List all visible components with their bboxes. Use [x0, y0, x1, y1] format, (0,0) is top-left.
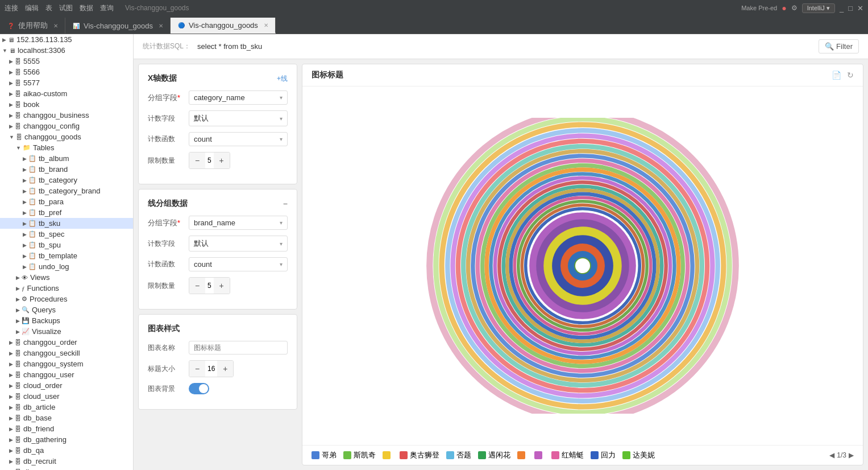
sidebar-item-cg-goods[interactable]: ▼ 🗄 changgou_goods [0, 131, 133, 142]
sidebar-item-aikao[interactable]: ▶ 🗄 aikao-custom [0, 88, 133, 99]
line-group-collapse[interactable]: − [283, 199, 288, 208]
sidebar-item-db-user[interactable]: ▶ 🗄 db_user [0, 467, 133, 470]
sidebar-item-5566[interactable]: ▶ 🗄 5566 [0, 67, 133, 77]
tab-help[interactable]: ❓ 使用帮助 ✕ [0, 18, 65, 34]
nav-connect[interactable]: 连接 [5, 3, 18, 13]
sidebar-item-tables[interactable]: ▼ 📁 Tables [0, 142, 133, 153]
sidebar-item-cg-business[interactable]: ▶ 🗄 changgou_business [0, 110, 133, 121]
sidebar-item-cg-user[interactable]: ▶ 🗄 changgou_user [0, 369, 133, 380]
nav-edit[interactable]: 编辑 [25, 3, 39, 13]
sidebar-item-procedures[interactable]: ▶ ⚙ Procedures [0, 294, 133, 304]
sidebar-item-tb-spec[interactable]: ▶ 📋 tb_spec [0, 229, 133, 240]
sidebar-item-book[interactable]: ▶ 🗄 book [0, 99, 133, 110]
sidebar-item-tb-para[interactable]: ▶ 📋 tb_para [0, 196, 133, 207]
sidebar-item-undo-log[interactable]: ▶ 📋 undo_log [0, 261, 133, 272]
line-group-header: 线分组数据 − [148, 199, 288, 209]
sidebar-item-visualize[interactable]: ▶ 📈 Visualize [0, 326, 133, 337]
line-group-group-value: brand_name [194, 218, 235, 227]
legend-prev-button[interactable]: ◀ [829, 451, 834, 459]
help-tab-close[interactable]: ✕ [53, 23, 58, 29]
sidebar-item-db-article[interactable]: ▶ 🗄 db_article [0, 402, 133, 413]
nav-query[interactable]: 查询 [100, 3, 114, 13]
nav-view[interactable]: 试图 [59, 3, 73, 13]
sidebar-item-5555[interactable]: ▶ 🗄 5555 [0, 56, 133, 67]
db-article-arrow: ▶ [9, 405, 13, 410]
chart-name-input[interactable] [189, 341, 288, 354]
xaxis-add-line[interactable]: +线 [277, 74, 288, 84]
sidebar-item-cloud-order[interactable]: ▶ 🗄 cloud_order [0, 380, 133, 391]
xaxis-count-field-select[interactable]: 默认 ▾ [189, 110, 288, 126]
xaxis-count-fn-select[interactable]: count ▾ [189, 132, 288, 146]
refresh-icon[interactable]: ↻ [847, 71, 854, 80]
xaxis-limit-minus[interactable]: − [189, 152, 205, 168]
sidebar-item-cloud-user[interactable]: ▶ 🗄 cloud_user [0, 391, 133, 402]
sidebar-item-querys[interactable]: ▶ 🔍 Querys [0, 304, 133, 315]
cg-system-arrow: ▶ [9, 361, 13, 367]
sidebar-item-local[interactable]: ▼ 🖥 localhost:3306 [0, 45, 133, 56]
sidebar-item-5577[interactable]: ▶ 🗄 5577 [0, 77, 133, 88]
sidebar-item-cg-seckill[interactable]: ▶ 🗄 changgou_seckill [0, 348, 133, 358]
xaxis-limit-plus[interactable]: + [214, 152, 230, 168]
sidebar-item-tb-spu[interactable]: ▶ 📋 tb_spu [0, 240, 133, 250]
legend-item-4: 否题 [446, 450, 471, 460]
minimize-icon[interactable]: _ [840, 4, 844, 13]
cg-seckill-icon: 🗄 [15, 350, 21, 357]
nav-table[interactable]: 表 [45, 3, 52, 13]
sidebar-item-cg-order[interactable]: ▶ 🗄 changgou_order [0, 337, 133, 348]
5555-arrow: ▶ [9, 59, 13, 64]
sidebar-item-tb-category[interactable]: ▶ 📋 tb_category [0, 175, 133, 185]
tab-vis2[interactable]: 🔵 Vis-changgou_goods ✕ [171, 18, 276, 34]
vis1-tab-close[interactable]: ✕ [159, 23, 163, 29]
sidebar-item-db-recruit[interactable]: ▶ 🗄 db_recruit [0, 456, 133, 467]
sidebar-item-ip1[interactable]: ▶ 🖥 152.136.113.135 [0, 34, 133, 45]
close-icon[interactable]: ✕ [857, 4, 863, 13]
sidebar-item-views[interactable]: ▶ 👁 Views [0, 272, 133, 283]
sidebar-item-functions[interactable]: ▶ ƒ Functions [0, 283, 133, 294]
intellij-dropdown[interactable]: IntelliJ ▾ [802, 3, 835, 13]
maximize-icon[interactable]: □ [848, 4, 853, 13]
chart-svg-container [302, 86, 863, 445]
line-group-limit-plus[interactable]: + [214, 278, 230, 294]
line-group-limit-input: − 5 + [189, 277, 230, 294]
export-icon[interactable]: 📄 [832, 71, 841, 80]
tab-vis1[interactable]: 📊 Vis-changgou_goods ✕ [65, 18, 171, 34]
tb-cat-brand-label: tb_category_brand [39, 187, 100, 195]
sidebar-item-cg-config[interactable]: ▶ 🗄 changgou_config [0, 121, 133, 131]
sidebar-item-db-qa[interactable]: ▶ 🗄 db_qa [0, 445, 133, 456]
sidebar-item-tb-brand[interactable]: ▶ 📋 tb_brand [0, 164, 133, 175]
legend-item-1: 斯凯奇 [343, 450, 376, 460]
settings-icon[interactable]: ⚙ [791, 4, 798, 12]
legend-item-2 [383, 451, 393, 459]
filter-button[interactable]: 🔍 Filter [819, 39, 859, 53]
chart-size-plus[interactable]: + [217, 361, 233, 377]
sidebar-item-tb-sku[interactable]: ▶ 📋 tb_sku [0, 218, 133, 229]
db-article-icon: 🗄 [15, 404, 21, 411]
cg-config-label: changgou_config [23, 122, 80, 130]
xaxis-group-select[interactable]: category_name ▾ [189, 90, 288, 105]
sidebar-item-tb-pref[interactable]: ▶ 📋 tb_pref [0, 207, 133, 218]
chart-bg-toggle[interactable] [189, 383, 209, 394]
db-friend-label: db_friend [23, 424, 54, 433]
chart-panel: 图标标题 📄 ↻ [302, 64, 863, 465]
line-group-count-fn-select[interactable]: count ▾ [189, 257, 288, 271]
sidebar-item-cg-system[interactable]: ▶ 🗄 changgou_system [0, 358, 133, 369]
line-group-count-field-select[interactable]: 默认 ▾ [189, 236, 288, 252]
sidebar-item-db-gathering[interactable]: ▶ 🗄 db_gathering [0, 434, 133, 445]
chart-size-minus[interactable]: − [189, 361, 205, 377]
line-group-group-row: 分组字段* brand_name ▾ [148, 216, 288, 230]
sidebar-item-tb-template[interactable]: ▶ 📋 tb_template [0, 250, 133, 261]
legend-dot-5 [478, 451, 486, 459]
vis2-tab-close[interactable]: ✕ [264, 22, 268, 28]
line-group-group-select[interactable]: brand_name ▾ [189, 216, 288, 230]
sql-input[interactable] [197, 42, 812, 51]
sidebar-item-db-friend[interactable]: ▶ 🗄 db_friend [0, 423, 133, 434]
chart-size-row: 标题大小 − 16 + [148, 360, 288, 377]
sidebar-item-backups[interactable]: ▶ 💾 Backups [0, 315, 133, 326]
line-group-limit-minus[interactable]: − [189, 278, 205, 294]
sidebar-item-tb-album[interactable]: ▶ 📋 tb_album [0, 153, 133, 164]
sidebar-item-db-base[interactable]: ▶ 🗄 db_base [0, 413, 133, 423]
legend-next-button[interactable]: ▶ [849, 451, 854, 459]
sidebar-item-tb-category-brand[interactable]: ▶ 📋 tb_category_brand [0, 185, 133, 196]
undo-log-arrow: ▶ [23, 264, 27, 270]
nav-data[interactable]: 数据 [80, 3, 93, 13]
